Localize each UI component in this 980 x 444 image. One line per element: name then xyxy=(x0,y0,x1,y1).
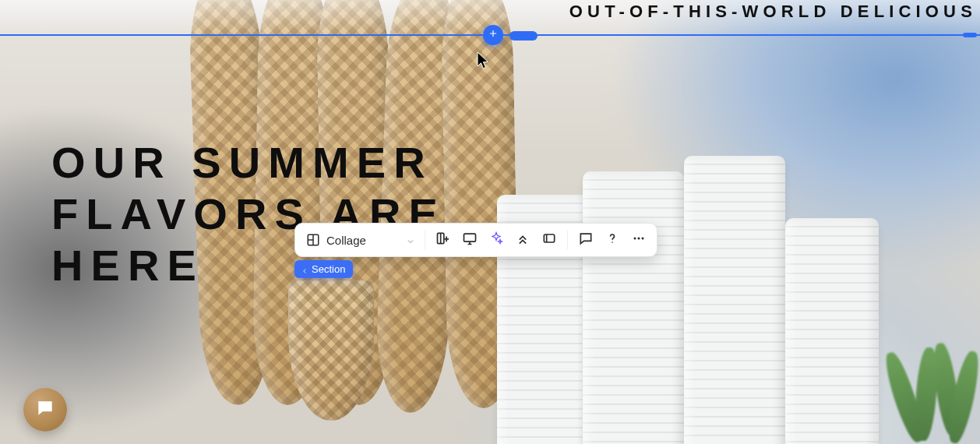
svg-rect-8 xyxy=(42,405,49,407)
section-breadcrumb[interactable]: Section xyxy=(294,260,353,278)
more-button[interactable] xyxy=(626,227,652,253)
section-drag-handle[interactable] xyxy=(509,31,538,41)
background-plant xyxy=(824,273,980,444)
ai-assist-button[interactable] xyxy=(483,227,509,253)
svg-rect-9 xyxy=(42,407,46,409)
add-section-button[interactable] xyxy=(483,25,503,45)
plus-icon xyxy=(488,28,499,42)
svg-rect-3 xyxy=(544,234,554,242)
sparkle-icon xyxy=(488,231,504,249)
svg-point-4 xyxy=(612,241,613,243)
section-resize-handle-right[interactable] xyxy=(963,33,977,37)
more-icon xyxy=(631,231,647,249)
chat-launcher[interactable] xyxy=(23,388,67,432)
chevron-left-icon xyxy=(301,266,308,273)
help-icon xyxy=(605,231,620,249)
layout-grid-icon xyxy=(306,233,320,247)
desktop-preview-button[interactable] xyxy=(457,227,483,253)
svg-rect-2 xyxy=(464,234,476,241)
layout-picker-label: Collage xyxy=(326,234,366,247)
cup-stack xyxy=(684,156,785,444)
toolbar-separator xyxy=(567,231,568,249)
comment-icon xyxy=(578,231,594,249)
svg-point-6 xyxy=(638,238,640,240)
chevron-down-icon xyxy=(406,235,415,245)
add-column-button[interactable] xyxy=(430,227,457,253)
desktop-preview-icon xyxy=(462,231,478,249)
help-button[interactable] xyxy=(599,227,626,253)
move-section-up-button[interactable] xyxy=(509,227,536,253)
comment-button[interactable] xyxy=(573,227,599,253)
svg-point-7 xyxy=(642,238,644,240)
add-column-icon xyxy=(435,231,451,249)
move-section-down-button[interactable] xyxy=(536,227,562,253)
toolbar-separator xyxy=(425,231,425,249)
layout-picker[interactable]: Collage xyxy=(301,224,420,256)
editor-canvas: OUT-OF-THIS-WORLD DELICIOUS OUR SUMMER F… xyxy=(0,0,980,444)
swap-horizontal-icon xyxy=(541,231,557,249)
section-toolbar: Collage xyxy=(294,223,657,257)
chevrons-up-icon xyxy=(515,231,531,249)
chat-icon xyxy=(35,398,55,421)
mouse-cursor xyxy=(477,51,491,70)
cup-stack xyxy=(583,171,684,444)
svg-point-5 xyxy=(634,238,636,240)
hero-tagline: OUT-OF-THIS-WORLD DELICIOUS xyxy=(569,2,980,22)
section-breadcrumb-label: Section xyxy=(312,263,345,275)
